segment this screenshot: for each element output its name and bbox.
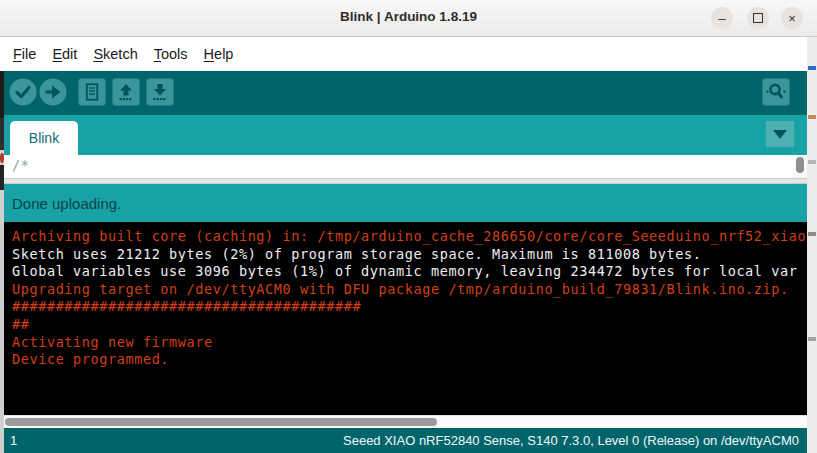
menu-help[interactable]: Help	[204, 46, 234, 62]
minimize-button[interactable]: –	[711, 7, 733, 29]
footer-bar: 1 Seeed XIAO nRF52840 Sense, S140 7.3.0,…	[4, 428, 807, 453]
console-line: Activating new firmware	[12, 334, 807, 352]
board-port-info: Seeed XIAO nRF52840 Sense, S140 7.3.0, L…	[343, 433, 799, 448]
window-title: Blink | Arduino 1.8.19	[0, 9, 817, 24]
scrollbar-thumb[interactable]	[796, 157, 804, 173]
background-artifact	[808, 232, 816, 236]
status-message: Done uploading.	[12, 195, 121, 212]
verify-button[interactable]	[9, 78, 37, 106]
verify-check-icon	[9, 78, 37, 106]
maximize-icon	[753, 13, 763, 23]
serial-monitor-magnifier-icon	[762, 78, 790, 106]
background-artifact	[0, 165, 4, 190]
serial-monitor-button[interactable]	[762, 78, 790, 106]
code-editor[interactable]: /*	[4, 155, 807, 178]
console-line: Archiving built core (caching) in: /tmp/…	[12, 228, 807, 246]
arduino-ide-window: Blink | Arduino 1.8.19 – × File Edit Ske…	[0, 0, 817, 453]
titlebar: Blink | Arduino 1.8.19 – ×	[0, 0, 817, 37]
console-line: Global variables use 3096 bytes (1%) of …	[12, 263, 807, 281]
menubar: File Edit Sketch Tools Help	[0, 37, 807, 71]
tab-blink[interactable]: Blink	[10, 121, 78, 155]
console-line: ##	[12, 316, 807, 334]
editor-vertical-scrollbar[interactable]	[793, 155, 807, 178]
open-sketch-button[interactable]	[112, 78, 140, 106]
console-output[interactable]: Archiving built core (caching) in: /tmp/…	[4, 222, 807, 415]
tab-label: Blink	[29, 130, 59, 146]
console-line: Device programmed.	[12, 351, 807, 369]
minimize-icon: –	[718, 12, 725, 25]
background-artifact	[808, 115, 816, 119]
background-window-sliver-left	[0, 71, 4, 453]
menu-file[interactable]: File	[13, 46, 36, 62]
console-horizontal-scrollbar[interactable]	[4, 415, 807, 428]
background-artifact	[0, 153, 4, 163]
background-artifact	[0, 71, 4, 118]
console-line: ########################################	[12, 298, 807, 316]
console-line: Upgrading target on /dev/ttyACM0 with DF…	[12, 281, 807, 299]
upload-arrow-icon	[39, 78, 67, 106]
save-sketch-icon	[146, 78, 174, 106]
background-artifact	[808, 160, 816, 164]
new-sketch-button[interactable]	[78, 78, 106, 106]
background-artifact	[808, 337, 816, 341]
upload-button[interactable]	[39, 78, 67, 106]
line-number-indicator: 1	[10, 433, 17, 448]
background-artifact	[808, 66, 816, 70]
close-button[interactable]: ×	[781, 7, 803, 29]
status-bar: Done uploading.	[4, 184, 807, 222]
menu-tools[interactable]: Tools	[154, 46, 188, 62]
background-artifact	[0, 118, 4, 150]
close-icon: ×	[788, 12, 796, 25]
open-sketch-icon	[112, 78, 140, 106]
toolbar	[4, 71, 807, 115]
chevron-down-icon	[773, 130, 787, 139]
new-sketch-icon	[78, 78, 106, 106]
menu-sketch[interactable]: Sketch	[93, 46, 137, 62]
tab-menu-button[interactable]	[766, 121, 794, 147]
menu-edit[interactable]: Edit	[52, 46, 77, 62]
code-line: /*	[12, 157, 29, 173]
maximize-button[interactable]	[747, 7, 769, 29]
save-sketch-button[interactable]	[146, 78, 174, 106]
background-window-sliver-right	[807, 37, 817, 453]
console-line: Sketch uses 21212 bytes (2%) of program …	[12, 246, 807, 264]
tabbar: Blink	[4, 115, 807, 155]
scrollbar-thumb[interactable]	[5, 418, 437, 426]
